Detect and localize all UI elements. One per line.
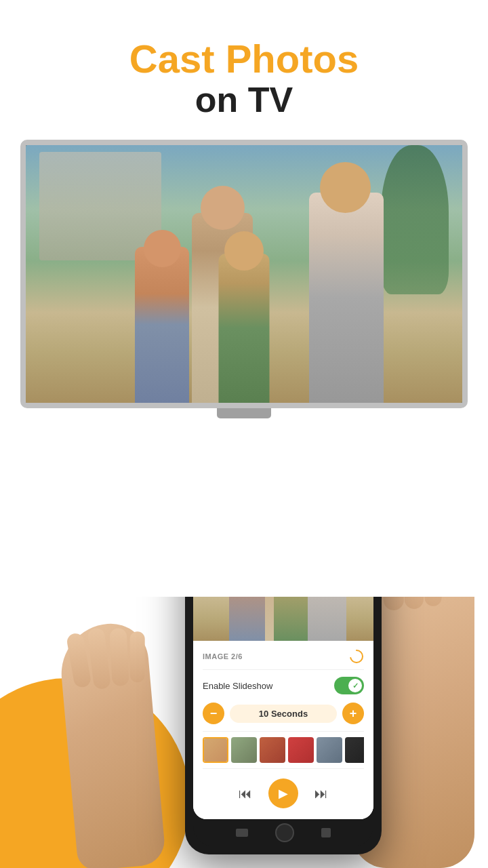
title-line1: Cast Photos [0,37,488,81]
photo-background [193,597,373,641]
header-section: Cast Photos on TV [0,0,488,133]
next-button[interactable]: ⏭ [314,786,328,802]
nav-home-button[interactable] [275,823,294,842]
thumbnail-3[interactable] [260,737,285,763]
timer-row: − 10 Seconds + [203,698,364,728]
thumbnail-4[interactable] [288,737,314,763]
phone-bottom-nav [193,819,373,846]
nav-recent-button[interactable] [321,828,331,837]
divider-1 [203,669,364,670]
tv-frame [20,140,468,408]
timer-plus-button[interactable]: + [342,703,364,724]
toggle-knob: ✓ [348,679,362,692]
timer-display: 10 Seconds [230,705,337,723]
slideshow-label: Enable Slideshow [203,681,272,691]
tv-stand [217,408,271,418]
thumbnails-row [203,734,364,766]
divider-3 [203,768,364,769]
tv-container [20,140,468,418]
toggle-check-icon: ✓ [352,682,359,690]
thumbnail-6[interactable] [345,737,364,763]
timer-minus-button[interactable]: − [203,703,224,724]
tv-photo [26,145,462,403]
image-counter-row: IMAGE 2/6 [203,646,364,667]
playback-row: ⏮ ▶ ⏭ [203,772,364,814]
play-button[interactable]: ▶ [268,778,298,808]
controls-section: IMAGE 2/6 Enable Slideshow ✓ [193,641,373,819]
thumbnail-2[interactable] [231,737,257,763]
tv-screen [26,145,462,403]
svg-point-2 [350,650,363,663]
previous-button[interactable]: ⏮ [239,786,252,802]
slideshow-toggle[interactable]: ✓ [334,677,364,694]
phone-photo-display [193,597,373,641]
slideshow-row: Enable Slideshow ✓ [203,673,364,698]
image-counter: IMAGE 2/6 [203,652,243,660]
title-line2: on TV [0,81,488,119]
divider-2 [203,731,364,732]
play-icon: ▶ [279,786,288,801]
thumbnail-5[interactable] [317,737,342,763]
phone-frame: ← Images [185,597,382,854]
progress-circle [349,649,364,664]
phone-screen: ← Images [193,597,373,819]
bottom-wrapper: ← Images [0,597,488,868]
nav-back-button[interactable] [236,829,248,837]
thumbnail-1[interactable] [203,737,228,763]
